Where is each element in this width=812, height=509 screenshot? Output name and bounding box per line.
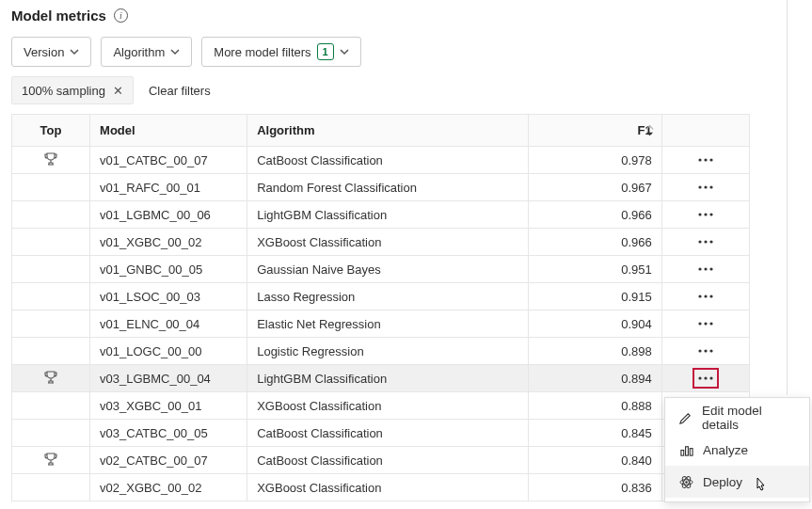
svg-point-19 [704,322,707,325]
model-name-cell: v03_XGBC_00_01 [90,392,247,420]
sort-indicator [645,124,654,136]
table-row: v02_CATBC_00_07CatBoost Classification0.… [12,447,750,474]
model-name-cell: v01_GNBC_00_05 [90,256,247,283]
sort-up-icon [645,124,654,130]
bar-chart-icon [678,442,693,457]
svg-point-8 [709,213,712,215]
menu-item-edit-model-details[interactable]: Edit model details [665,402,809,434]
svg-point-5 [709,185,712,188]
cursor-pointer-icon [753,477,770,496]
table-row: v01_GNBC_00_05Gaussian Naive Bayes0.951 [12,256,750,283]
column-header-top[interactable]: Top [12,115,90,147]
actions-cell [661,338,749,365]
model-name-cell: v03_CATBC_00_05 [90,420,247,447]
svg-point-12 [698,267,701,270]
algorithm-cell: XGBoost Classification [247,229,529,256]
table-row: v01_LGBMC_00_06LightGBM Classification0.… [12,201,750,229]
row-actions-button[interactable] [693,204,719,225]
model-name-cell: v03_LGBMC_00_04 [90,365,247,392]
menu-item-analyze[interactable]: Analyze [665,434,809,466]
svg-point-22 [704,349,707,352]
row-actions-button[interactable] [693,150,719,170]
menu-item-label: Deploy [703,475,742,489]
filter-version-button[interactable]: Version [11,37,91,67]
clear-filters-link[interactable]: Clear filters [149,84,211,98]
svg-point-21 [698,349,701,352]
table-row: v01_CATBC_00_07CatBoost Classification0.… [12,147,750,174]
f1-cell: 0.978 [528,147,661,174]
table-row: v03_CATBC_00_05CatBoost Classification0.… [12,420,750,447]
table-row: v03_XGBC_00_01XGBoost Classification0.88… [12,392,750,420]
svg-point-20 [709,322,712,325]
svg-rect-39 [680,450,683,455]
svg-point-45 [685,481,687,483]
svg-point-7 [704,213,707,215]
row-actions-button[interactable] [693,177,719,198]
top-cell [12,256,90,283]
svg-point-18 [698,322,701,325]
f1-cell: 0.888 [528,392,661,420]
model-name-cell: v01_XGBC_00_02 [90,229,247,256]
menu-item-deploy[interactable]: Deploy [665,466,809,498]
model-name-cell: v02_XGBC_00_02 [90,474,247,501]
row-actions-button[interactable] [693,231,719,252]
menu-item-label: Analyze [703,443,748,457]
trophy-icon [43,455,58,469]
page-title: Model metrics [11,8,106,24]
column-header-f1[interactable]: F1 [528,115,661,147]
row-actions-button[interactable] [693,259,719,279]
atom-icon [678,474,693,489]
svg-point-0 [698,158,701,161]
actions-cell [661,256,749,283]
algorithm-cell: CatBoost Classification [247,447,529,474]
info-icon[interactable]: i [114,8,128,23]
row-actions-button[interactable] [693,286,719,307]
svg-point-2 [709,158,712,161]
actions-cell [661,174,749,201]
top-cell [12,310,90,338]
menu-item-label: Edit model details [702,404,796,432]
model-name-cell: v01_CATBC_00_07 [90,147,247,174]
table-row: v01_LOGC_00_00Logistic Regression0.898 [12,338,750,365]
algorithm-cell: Gaussian Naive Bayes [247,256,529,283]
algorithm-cell: LightGBM Classification [247,365,529,392]
top-cell [12,420,90,447]
model-name-cell: v01_RAFC_00_01 [90,174,247,201]
top-cell [12,283,90,310]
svg-point-14 [709,267,712,270]
svg-point-23 [709,349,712,352]
trophy-icon [43,155,58,169]
algorithm-cell: Logistic Regression [247,338,529,365]
trophy-icon [43,374,58,388]
pencil-icon [678,410,693,425]
svg-point-16 [704,294,707,297]
close-icon[interactable]: ✕ [113,84,123,98]
svg-point-17 [709,294,712,297]
svg-point-10 [704,240,707,243]
row-actions-button[interactable] [693,341,719,361]
column-header-model[interactable]: Model [90,115,247,147]
filter-chip-sampling: 100% sampling ✕ [11,76,134,104]
svg-point-4 [704,185,707,188]
filter-algorithm-label: Algorithm [113,45,165,59]
f1-cell: 0.845 [528,420,661,447]
filter-version-label: Version [24,45,64,59]
column-header-algorithm[interactable]: Algorithm [247,115,529,147]
f1-cell: 0.904 [528,310,661,338]
actions-cell [661,229,749,256]
filter-algorithm-button[interactable]: Algorithm [101,37,192,67]
row-actions-button[interactable] [693,313,719,334]
filter-more-button[interactable]: More model filters 1 [201,37,360,67]
algorithm-cell: XGBoost Classification [247,474,529,501]
svg-point-24 [698,376,701,379]
table-row: v01_LSOC_00_03Lasso Regression0.915 [12,283,750,310]
algorithm-cell: XGBoost Classification [247,392,529,420]
top-cell [12,474,90,501]
actions-cell [661,365,749,392]
top-cell [12,229,90,256]
row-actions-button[interactable] [693,368,719,389]
f1-cell: 0.967 [528,174,661,201]
svg-point-15 [698,294,701,297]
f1-cell: 0.951 [528,256,661,283]
chevron-down-icon [70,47,79,56]
